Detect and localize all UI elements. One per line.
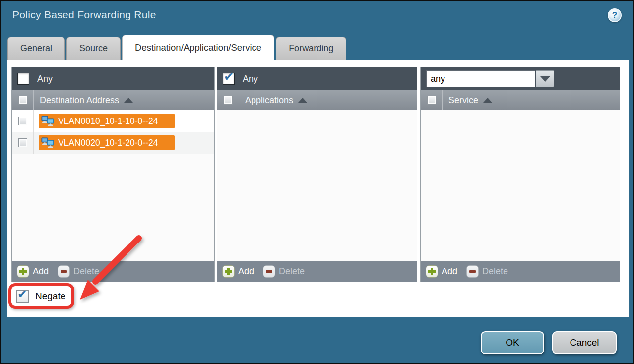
delete-label: Delete	[73, 266, 99, 277]
applications-any-label: Any	[243, 74, 258, 84]
tab-destination-application-service[interactable]: Destination/Application/Service	[122, 35, 274, 60]
service-select-all-checkbox[interactable]	[427, 96, 436, 105]
network-object-icon	[41, 116, 55, 126]
dropdown-arrow-icon	[540, 76, 550, 82]
delete-label: Delete	[279, 266, 305, 277]
dialog-title: Policy Based Forwarding Rule	[12, 9, 156, 21]
destination-any-label: Any	[37, 74, 53, 84]
destination-select-all-checkbox[interactable]	[18, 96, 27, 105]
applications-any-checkbox[interactable]	[223, 73, 235, 85]
add-label: Add	[442, 266, 457, 277]
row-checkbox[interactable]	[18, 117, 27, 125]
add-button[interactable]: Add	[426, 265, 466, 278]
applications-any-bar: Any	[217, 67, 417, 90]
delete-button[interactable]: Delete	[466, 265, 508, 278]
add-plus-icon	[222, 265, 235, 278]
add-button[interactable]: Add	[222, 265, 263, 278]
destination-list: VLAN0010_10-1-10-0--24	[12, 110, 214, 261]
negate-highlight-box: Negate	[8, 283, 74, 309]
address-object-chip[interactable]: VLAN0010_10-1-10-0--24	[39, 114, 175, 128]
cancel-button[interactable]: Cancel	[552, 331, 617, 354]
service-footer: Add Delete	[421, 261, 620, 282]
add-label: Add	[33, 266, 49, 277]
row-checkbox-cell	[12, 110, 34, 132]
destination-column-header[interactable]: Destination Address	[12, 90, 214, 110]
destination-address-panel: Any Destination Address	[11, 67, 215, 282]
delete-minus-icon	[263, 265, 275, 278]
address-object-chip[interactable]: VLAN0020_10-1-20-0--24	[39, 135, 175, 150]
tab-content: Any Destination Address	[7, 60, 629, 317]
applications-header-checkbox-cell	[217, 90, 239, 110]
ok-button[interactable]: OK	[481, 331, 544, 354]
destination-header-checkbox-cell	[12, 90, 34, 110]
add-plus-icon	[17, 265, 29, 278]
destination-footer: Add Delete	[12, 261, 214, 282]
applications-panel: Any Applications Add Delete	[217, 67, 417, 282]
applications-footer: Add Delete	[217, 261, 417, 282]
service-column-label: Service	[448, 95, 478, 106]
service-dropdown: any	[426, 70, 554, 87]
add-label: Add	[238, 266, 254, 277]
tab-source[interactable]: Source	[66, 37, 121, 60]
applications-column-label: Applications	[245, 95, 293, 106]
service-header-checkbox-cell	[421, 90, 443, 110]
pbf-rule-dialog: Policy Based Forwarding Rule ? General S…	[0, 0, 634, 364]
service-list	[421, 110, 620, 261]
row-checkbox[interactable]	[18, 138, 27, 147]
sort-asc-icon	[124, 98, 133, 103]
sort-asc-icon	[298, 98, 307, 103]
negate-label: Negate	[35, 291, 65, 302]
address-object-name: VLAN0010_10-1-10-0--24	[58, 116, 158, 126]
row-checkbox-cell	[12, 132, 34, 154]
dropdown-button[interactable]	[536, 70, 554, 87]
tab-forwarding[interactable]: Forwarding	[276, 37, 346, 60]
delete-minus-icon	[466, 265, 479, 278]
service-dropdown-bar: any	[421, 67, 620, 90]
applications-select-all-checkbox[interactable]	[224, 96, 233, 105]
delete-button[interactable]: Delete	[58, 265, 99, 278]
negate-checkbox[interactable]	[16, 290, 29, 303]
delete-button[interactable]: Delete	[263, 265, 305, 278]
sort-asc-icon	[483, 98, 492, 103]
applications-list	[217, 110, 417, 261]
add-button[interactable]: Add	[17, 265, 58, 278]
applications-column-header[interactable]: Applications	[217, 90, 417, 110]
service-dropdown-value[interactable]: any	[426, 70, 535, 87]
add-plus-icon	[426, 265, 438, 278]
destination-any-bar: Any	[12, 67, 214, 90]
delete-label: Delete	[482, 266, 508, 277]
tab-bar: General Source Destination/Application/S…	[7, 35, 346, 60]
address-object-name: VLAN0020_10-1-20-0--24	[58, 138, 158, 148]
destination-any-checkbox[interactable]	[17, 73, 29, 85]
service-panel: any Service Add	[420, 67, 620, 282]
network-object-icon	[41, 137, 55, 148]
destination-column-label: Destination Address	[40, 95, 119, 106]
service-column-header[interactable]: Service	[421, 90, 620, 110]
delete-minus-icon	[58, 265, 70, 278]
table-row[interactable]: VLAN0010_10-1-10-0--24	[12, 110, 214, 132]
table-row[interactable]: VLAN0020_10-1-20-0--24	[12, 132, 214, 154]
tab-general[interactable]: General	[7, 37, 65, 60]
help-icon[interactable]: ?	[608, 8, 622, 22]
